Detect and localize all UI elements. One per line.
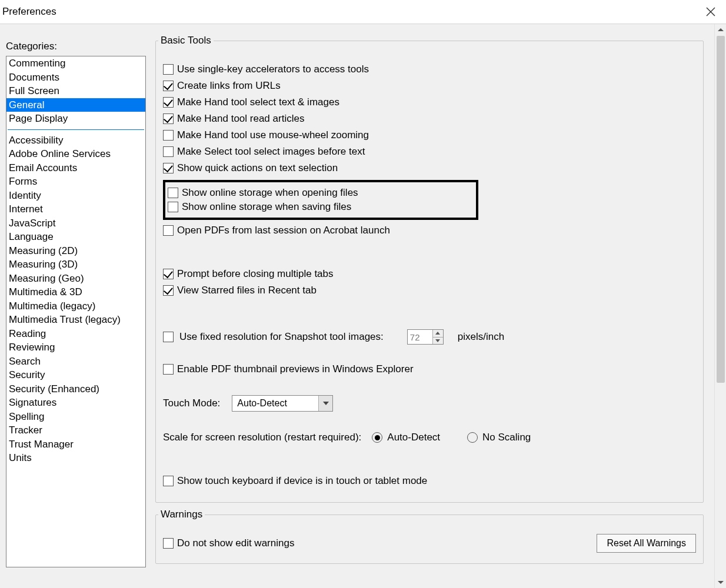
scale-label: Scale for screen resolution (restart req… [163,432,361,443]
category-item-identity[interactable]: Identity [6,189,145,203]
fixed-res-label: Use fixed resolution for Snapshot tool i… [179,331,384,343]
basic-tools-group: Basic Tools Use single-key accelerators … [155,41,704,503]
warnings-legend: Warnings [158,509,205,520]
category-item-measuring-geo-[interactable]: Measuring (Geo) [6,272,145,286]
chevron-down-icon [718,579,724,585]
fixed-res-input-wrap [407,329,444,345]
category-item-forms[interactable]: Forms [6,175,145,189]
hand-articles-checkbox[interactable] [163,113,174,124]
open-last-checkbox[interactable] [163,225,174,236]
category-item-units[interactable]: Units [6,451,145,465]
no-edit-warnings-checkbox[interactable] [163,538,174,549]
prompt-tabs-checkbox[interactable] [163,269,174,279]
category-item-javascript[interactable]: JavaScript [6,216,145,230]
pixels-inch-label: pixels/inch [458,331,504,343]
fixed-res-checkbox[interactable] [163,332,174,342]
chevron-up-icon [718,27,724,33]
settings-panel: Basic Tools Use single-key accelerators … [146,41,720,582]
category-item-trust-manager[interactable]: Trust Manager [6,437,145,452]
touch-mode-label: Touch Mode: [163,397,220,409]
category-item-search[interactable]: Search [6,355,145,369]
category-item-measuring-3d-[interactable]: Measuring (3D) [6,258,145,272]
thumb-previews-label: Enable PDF thumbnail previews in Windows… [177,363,414,375]
scroll-down-button[interactable] [715,576,726,588]
no-edit-warnings-label: Do not show edit warnings [177,537,294,549]
scroll-thumb[interactable] [717,36,725,383]
warnings-group: Warnings Do not show edit warnings Reset… [155,514,704,564]
category-item-multimedia-3d[interactable]: Multimedia & 3D [6,285,145,299]
quick-actions-label: Show quick actions on text selection [177,162,338,174]
quick-actions-checkbox[interactable] [163,163,174,173]
scale-none-radio[interactable] [467,432,478,443]
scale-auto-label: Auto-Detect [387,432,440,443]
category-item-tracker[interactable]: Tracker [6,423,145,437]
reset-warnings-button[interactable]: Reset All Warnings [597,534,696,553]
online-open-label: Show online storage when opening files [182,187,358,199]
category-item-page-display[interactable]: Page Display [6,112,145,126]
open-last-label: Open PDFs from last session on Acrobat l… [177,225,390,236]
basic-tools-legend: Basic Tools [158,35,214,46]
category-item-multimedia-trust-legacy-[interactable]: Multimedia Trust (legacy) [6,313,145,327]
create-links-label: Create links from URLs [177,80,281,92]
touch-mode-value: Auto-Detect [232,398,318,409]
category-item-adobe-online-services[interactable]: Adobe Online Services [6,147,145,161]
category-item-commenting[interactable]: Commenting [6,56,145,71]
category-item-measuring-2d-[interactable]: Measuring (2D) [6,244,145,258]
category-item-email-accounts[interactable]: Email Accounts [6,161,145,175]
categories-separator [8,129,144,130]
category-item-general[interactable]: General [6,98,145,112]
fixed-res-input[interactable] [408,330,432,344]
hand-zoom-label: Make Hand tool use mouse-wheel zooming [177,129,369,141]
select-images-checkbox[interactable] [163,146,174,157]
category-item-language[interactable]: Language [6,230,145,244]
category-item-accessibility[interactable]: Accessibility [6,133,145,148]
category-item-spelling[interactable]: Spelling [6,410,145,424]
touch-mode-select[interactable]: Auto-Detect [232,395,333,412]
titlebar: Preferences [0,0,726,24]
category-item-multimedia-legacy-[interactable]: Multimedia (legacy) [6,299,145,313]
category-item-reading[interactable]: Reading [6,327,145,341]
categories-label: Categories: [6,41,146,52]
category-item-reviewing[interactable]: Reviewing [6,340,145,355]
chevron-down-icon [435,339,440,342]
chevron-down-icon [323,402,329,405]
thumb-previews-checkbox[interactable] [163,364,174,375]
hand-articles-label: Make Hand tool read articles [177,113,304,125]
categories-list[interactable]: CommentingDocumentsFull ScreenGeneralPag… [6,56,146,567]
close-button[interactable] [702,4,719,20]
online-open-checkbox[interactable] [168,188,178,198]
highlighted-options: Show online storage when opening files S… [163,180,478,220]
starred-recent-checkbox[interactable] [163,285,174,296]
touch-mode-dropdown-button[interactable] [318,396,332,411]
hand-text-label: Make Hand tool select text & images [177,96,339,108]
online-save-checkbox[interactable] [168,202,178,212]
scale-auto-radio[interactable] [372,432,382,443]
touch-keyboard-label: Show touch keyboard if device is in touc… [177,475,427,487]
close-icon [706,7,715,16]
use-single-key-checkbox[interactable] [163,64,174,75]
starred-recent-label: View Starred files in Recent tab [177,285,317,296]
fixed-res-down[interactable] [433,337,443,345]
fixed-res-up[interactable] [433,330,443,337]
category-item-signatures[interactable]: Signatures [6,396,145,410]
create-links-checkbox[interactable] [163,81,174,91]
prompt-tabs-label: Prompt before closing multiple tabs [177,268,334,280]
category-item-security-enhanced-[interactable]: Security (Enhanced) [6,382,145,396]
scroll-up-button[interactable] [715,24,726,36]
chevron-up-icon [435,332,440,335]
online-save-label: Show online storage when saving files [182,201,351,213]
category-item-internet[interactable]: Internet [6,202,145,216]
scale-none-label: No Scaling [482,432,531,443]
touch-keyboard-checkbox[interactable] [163,476,174,486]
category-item-full-screen[interactable]: Full Screen [6,84,145,98]
category-item-security[interactable]: Security [6,368,145,382]
use-single-key-label: Use single-key accelerators to access to… [177,64,369,75]
hand-zoom-checkbox[interactable] [163,130,174,141]
hand-text-checkbox[interactable] [163,97,174,108]
scrollbar[interactable] [714,24,726,588]
categories-column: Categories: CommentingDocumentsFull Scre… [6,41,146,582]
select-images-label: Make Select tool select images before te… [177,146,365,158]
dialog-body: Categories: CommentingDocumentsFull Scre… [0,24,726,588]
window-title: Preferences [2,6,56,18]
category-item-documents[interactable]: Documents [6,71,145,85]
